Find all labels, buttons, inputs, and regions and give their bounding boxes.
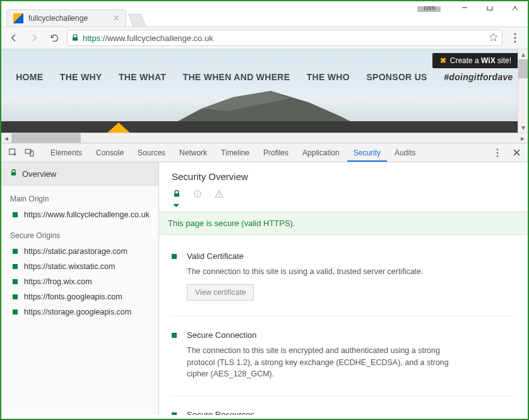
devtools-menu-icon[interactable] — [490, 145, 505, 160]
secure-banner: This page is secure (valid HTTPS). — [159, 212, 528, 235]
svg-point-24 — [197, 191, 198, 192]
svg-point-17 — [497, 155, 499, 157]
origin-item[interactable]: https://fonts.googleapis.com — [1, 289, 158, 304]
origin-item[interactable]: https://storage.googleapis.com — [1, 304, 158, 320]
nav-what[interactable]: THE WHAT — [119, 72, 166, 82]
secure-indicator-icon — [13, 212, 18, 217]
svg-point-7 — [514, 33, 516, 35]
devtools-tab-audits[interactable]: Audits — [388, 144, 422, 162]
nav-when-where[interactable]: THE WHEN AND WHERE — [183, 72, 290, 82]
reload-button[interactable] — [47, 30, 62, 45]
origin-item[interactable]: https://frog.wix.com — [1, 274, 158, 289]
chrome-menu-button[interactable] — [508, 30, 523, 45]
devtools-tab-security[interactable]: Security — [347, 144, 387, 162]
svg-point-26 — [218, 196, 219, 196]
origin-url: https://www.fullcyclechallenge.co.uk — [24, 210, 150, 219]
devtools-tab-sources[interactable]: Sources — [131, 144, 172, 162]
block-title: Valid Certificate — [187, 251, 423, 261]
secure-indicator-icon — [13, 279, 18, 284]
nav-who[interactable]: THE WHO — [307, 72, 350, 82]
origin-url: https://static.parastorage.com — [24, 247, 128, 256]
devtools-tab-console[interactable]: Console — [90, 144, 130, 162]
block-title: Secure Connection — [187, 330, 465, 340]
valid-certificate-block: Valid Certificate The connection to this… — [172, 248, 515, 316]
secure-resources-block: Secure Resources All resources on this p… — [172, 406, 515, 415]
origin-url: https://fonts.googleapis.com — [24, 292, 122, 301]
security-status-icons — [172, 189, 515, 200]
favicon-icon — [13, 13, 23, 23]
secure-indicator-icon — [13, 264, 18, 269]
hscroll-left-icon[interactable]: ◂ — [1, 133, 11, 143]
nav-hashtag[interactable]: #doingitfordave — [444, 72, 513, 82]
secure-indicator-icon — [172, 333, 177, 338]
inspect-element-icon[interactable] — [5, 145, 20, 160]
lock-icon — [71, 33, 79, 42]
browser-tab[interactable]: fullcyclechallenge — [6, 9, 126, 27]
secure-connection-block: Secure Connection The connection to this… — [172, 327, 515, 396]
panel-title: Security Overview — [172, 171, 515, 182]
devtools-close-icon[interactable] — [509, 145, 524, 160]
main-origin-heading: Main Origin — [1, 186, 158, 207]
svg-point-9 — [514, 40, 516, 42]
lock-icon — [10, 169, 17, 179]
scroll-down-icon[interactable]: ▾ — [518, 123, 528, 133]
new-tab-button[interactable] — [128, 14, 146, 27]
address-bar[interactable]: https://www.fullcyclechallenge.co.uk — [67, 30, 502, 46]
svg-point-15 — [497, 148, 499, 150]
devtools-tabstrip: Elements Console Sources Network Timelin… — [1, 143, 528, 162]
sidebar-overview[interactable]: Overview — [1, 162, 158, 186]
nav-why[interactable]: THE WHY — [60, 72, 102, 82]
origin-item[interactable]: https://static.wixstatic.com — [1, 259, 158, 274]
page-horizontal-scrollbar[interactable]: ◂ ▸ — [1, 133, 528, 143]
footer-strip — [1, 121, 528, 133]
devtools-tab-timeline[interactable]: Timeline — [215, 144, 256, 162]
site-nav: HOME THE WHY THE WHAT THE WHEN AND WHERE… — [1, 72, 528, 82]
wix-logo-icon: ✖ — [440, 56, 446, 65]
scroll-up-icon[interactable]: ▴ — [518, 49, 528, 59]
block-desc: The connection to this site is using a v… — [187, 266, 423, 278]
lock-icon — [173, 189, 181, 200]
logo-fragment-icon — [105, 123, 133, 133]
secure-indicator-icon — [13, 309, 18, 315]
devtools-tab-application[interactable]: Application — [296, 144, 346, 162]
device-toolbar-icon[interactable] — [21, 145, 37, 160]
status-caret-icon — [172, 204, 515, 210]
view-certificate-button[interactable]: View certificate — [187, 284, 254, 301]
block-desc: The connection to this site is encrypted… — [187, 345, 465, 380]
secure-indicator-icon — [172, 412, 177, 415]
scroll-thumb[interactable] — [518, 59, 528, 78]
svg-rect-20 — [11, 172, 16, 176]
secure-origins-heading: Secure Origins — [1, 222, 158, 244]
hscroll-right-icon[interactable]: ▸ — [518, 133, 528, 143]
forward-button[interactable] — [27, 30, 42, 45]
nav-home[interactable]: HOME — [16, 72, 43, 82]
overview-label: Overview — [22, 169, 56, 179]
tab-close-button[interactable] — [114, 14, 119, 23]
security-sidebar: Overview Main Origin https://www.fullcyc… — [1, 162, 159, 415]
origin-url: https://frog.wix.com — [24, 277, 92, 286]
warning-icon — [215, 189, 223, 200]
origin-item[interactable]: https://static.parastorage.com — [1, 244, 158, 259]
devtools-tab-profiles[interactable]: Profiles — [257, 144, 295, 162]
secure-indicator-icon — [172, 254, 177, 259]
secure-indicator-icon — [13, 249, 18, 254]
tab-title: fullcyclechallenge — [28, 14, 88, 23]
svg-point-8 — [514, 37, 516, 39]
origin-item[interactable]: https://www.fullcyclechallenge.co.uk — [1, 207, 158, 222]
back-button[interactable] — [6, 30, 21, 45]
info-icon — [193, 189, 202, 200]
nav-sponsor[interactable]: SPONSOR US — [366, 72, 427, 82]
secure-indicator-icon — [13, 294, 18, 299]
page-vertical-scrollbar[interactable]: ▴ ▾ — [518, 49, 528, 133]
wix-create-site-banner[interactable]: ✖ Create a WiX site! — [432, 53, 519, 68]
page-content: ✖ Create a WiX site! HOME THE WHY THE WH… — [1, 49, 528, 133]
origin-url: https://static.wixstatic.com — [24, 262, 115, 271]
devtools-tab-network[interactable]: Network — [173, 144, 213, 162]
url-scheme: https — [83, 33, 100, 43]
origin-url: https://storage.googleapis.com — [24, 308, 131, 316]
hscroll-thumb[interactable] — [11, 133, 81, 143]
bookmark-star-icon[interactable] — [489, 32, 498, 44]
wix-banner-text: Create a WiX site! — [450, 56, 511, 65]
security-overview-panel: Security Overview This page is secure (v… — [159, 162, 528, 415]
devtools-tab-elements[interactable]: Elements — [44, 144, 88, 162]
